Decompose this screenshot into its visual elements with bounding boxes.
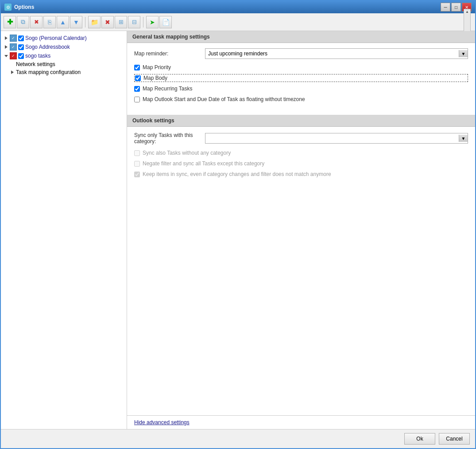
map-reminder-row: Map reminder: Just upcoming reminders ▼ [134, 48, 468, 59]
map-reminder-dropdown[interactable]: Just upcoming reminders ▼ [205, 48, 468, 59]
map-reminder-control: Just upcoming reminders ▼ [205, 48, 468, 59]
sidebar-item-network-settings[interactable]: Network settings [1, 60, 127, 68]
map-recurring-label[interactable]: Map Recurring Tasks [143, 86, 193, 92]
content-area: General task mapping settings Map remind… [127, 31, 475, 429]
delete-icon: ✖ [34, 19, 39, 25]
outlook-settings-header: Outlook settings [127, 115, 475, 127]
toolbar-separator [85, 17, 85, 27]
tasks-checkbox[interactable] [18, 53, 24, 59]
map-priority-checkbox[interactable] [134, 65, 140, 70]
sync-category-dropdown[interactable]: ▼ [205, 133, 468, 144]
main-content: ✓ Sogo (Personal Calendar) ✓ Sogo Addres… [1, 31, 475, 429]
add-icon: ✚ [7, 18, 13, 26]
calendar-item-icon: ✓ [10, 35, 17, 42]
map-floating-label[interactable]: Map Outlook Start and Due Date of Task a… [143, 96, 305, 102]
xmark-icon: ✖ [105, 19, 110, 26]
remove-button[interactable]: ✖ [101, 16, 114, 28]
expand-arrow-addressbook[interactable] [3, 45, 10, 49]
network-settings-label: Network settings [16, 61, 55, 67]
folder-button[interactable]: 📁 [88, 16, 101, 28]
map-body-checkbox[interactable] [135, 75, 141, 81]
copy2-icon: ⎘ [48, 19, 51, 26]
sync-without-category-row: Sync also Tasks without any category [134, 149, 468, 157]
toolbar-separator-2 [143, 17, 143, 27]
copy-icon: ⧉ [21, 18, 25, 26]
sidebar: ✓ Sogo (Personal Calendar) ✓ Sogo Addres… [1, 31, 127, 429]
bottom-bar: Ok Cancel [1, 429, 475, 448]
multi-button[interactable]: ⊞ [115, 16, 127, 28]
addressbook-checkbox[interactable] [18, 44, 24, 50]
footer: Hide advanced settings [127, 415, 475, 429]
task-mapping-label: Task mapping configuration [16, 69, 81, 75]
sync-category-label: Sync only Tasks with this category: [134, 132, 205, 144]
sidebar-item-task-mapping[interactable]: Task mapping configuration [1, 68, 127, 76]
negate-filter-checkbox[interactable] [134, 161, 140, 167]
map-recurring-checkbox[interactable] [134, 86, 140, 92]
sidebar-item-sogo-tasks[interactable]: ✓ sogo tasks [1, 51, 127, 60]
map-priority-row: Map Priority [134, 63, 468, 71]
outlook-settings-content: Sync only Tasks with this category: ▼ Sy… [127, 127, 475, 186]
options-window: ⚙ Options ─ □ ✕ ✚ ⧉ ✖ ⎘ ▲ ▼ 📁 [0, 0, 476, 449]
sync-without-category-checkbox[interactable] [134, 150, 140, 156]
map-reminder-label: Map reminder: [134, 51, 205, 57]
copy2-button[interactable]: ⎘ [43, 16, 56, 28]
sidebar-item-sogo-calendar[interactable]: ✓ Sogo (Personal Calendar) [1, 34, 127, 43]
map-floating-row: Map Outlook Start and Due Date of Task a… [134, 95, 468, 103]
ok-button[interactable]: Ok [404, 433, 435, 445]
sidebar-item-sogo-addressbook[interactable]: ✓ Sogo Addressbook [1, 43, 127, 51]
negate-filter-row: Negate filter and sync all Tasks except … [134, 160, 468, 168]
calendar-label: Sogo (Personal Calendar) [25, 35, 87, 41]
keep-items-checkbox[interactable] [134, 172, 140, 177]
multi2-icon: ⊟ [132, 19, 137, 25]
sync-without-category-label[interactable]: Sync also Tasks without any category [143, 150, 231, 156]
map-body-row: Map Body [134, 74, 468, 82]
page-icon: 📄 [162, 19, 170, 26]
window-icon: ⚙ [4, 4, 12, 11]
down-icon: ▼ [73, 19, 79, 26]
content-spacer [127, 186, 475, 415]
general-settings-content: Map reminder: Just upcoming reminders ▼ … [127, 43, 475, 111]
addressbook-item-icon: ✓ [10, 43, 17, 51]
sync-category-arrow[interactable]: ▼ [459, 135, 468, 142]
hide-advanced-link[interactable]: Hide advanced settings [134, 419, 190, 426]
map-body-label[interactable]: Map Body [143, 75, 167, 81]
scrollbar-up[interactable]: ▲ [465, 10, 469, 14]
addressbook-label: Sogo Addressbook [25, 44, 70, 50]
map-reminder-value: Just upcoming reminders [208, 51, 456, 57]
map-recurring-row: Map Recurring Tasks [134, 85, 468, 93]
multi2-button[interactable]: ⊟ [128, 16, 140, 28]
keep-items-label[interactable]: Keep items in sync, even if category cha… [143, 171, 331, 177]
expand-arrow-tasks[interactable] [3, 55, 10, 57]
move-up-button[interactable]: ▲ [57, 16, 69, 28]
copy-button[interactable]: ⧉ [17, 16, 29, 28]
expand-arrow-task-mapping[interactable] [9, 70, 16, 74]
map-reminder-arrow[interactable]: ▼ [459, 50, 468, 57]
tasks-item-icon: ✓ [10, 52, 17, 59]
cancel-button[interactable]: Cancel [439, 433, 470, 445]
negate-filter-label[interactable]: Negate filter and sync all Tasks except … [143, 160, 264, 167]
expand-arrow-calendar[interactable] [3, 36, 10, 40]
sync-category-control: ▼ [205, 133, 468, 144]
toolbar: ✚ ⧉ ✖ ⎘ ▲ ▼ 📁 ✖ ⊞ ⊟ ➤ [1, 13, 475, 31]
tasks-label: sogo tasks [25, 53, 50, 59]
up-icon: ▲ [60, 19, 66, 26]
arrow-button[interactable]: ➤ [146, 16, 159, 28]
calendar-checkbox[interactable] [18, 35, 24, 41]
page-button[interactable]: 📄 [159, 16, 172, 28]
delete-button[interactable]: ✖ [30, 16, 43, 28]
multi-icon: ⊞ [119, 19, 124, 25]
arrow-right-icon: ➤ [150, 19, 155, 26]
sync-category-row: Sync only Tasks with this category: ▼ [134, 132, 468, 144]
add-button[interactable]: ✚ [4, 16, 16, 28]
general-settings-header: General task mapping settings [127, 31, 475, 43]
map-priority-label[interactable]: Map Priority [143, 64, 171, 70]
map-floating-checkbox[interactable] [134, 97, 140, 102]
folder-icon: 📁 [91, 19, 98, 26]
move-down-button[interactable]: ▼ [70, 16, 82, 28]
keep-items-row: Keep items in sync, even if category cha… [134, 170, 468, 178]
